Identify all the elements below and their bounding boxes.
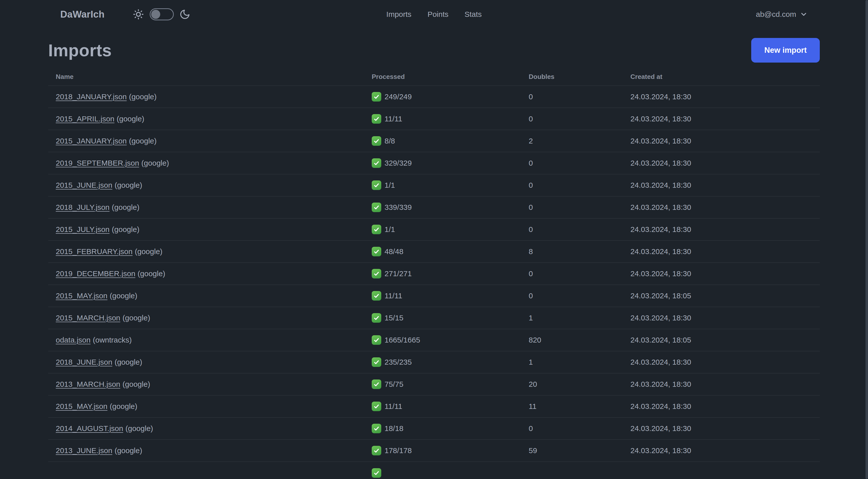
sun-icon xyxy=(133,8,144,20)
processed-cell: 1/1 xyxy=(372,180,529,190)
import-file-link[interactable]: odata.json xyxy=(56,336,90,344)
success-check-icon xyxy=(372,203,381,212)
import-file-link[interactable]: 2018_JULY.json xyxy=(56,203,110,211)
import-source-label: (google) xyxy=(112,203,140,211)
created-at: 24.03.2024, 18:30 xyxy=(630,446,812,455)
theme-toggle-switch[interactable] xyxy=(150,8,174,20)
table-row: 2018_JULY.json(google) 339/339 0 24.03.2… xyxy=(48,197,820,219)
table-row: 2015_FEBRUARY.json(google) 48/48 8 24.03… xyxy=(48,241,820,263)
processed-count: 8/8 xyxy=(384,137,395,145)
moon-icon xyxy=(179,9,190,20)
name-cell: 2014_AUGUST.json(google) xyxy=(56,424,372,433)
app-logo[interactable]: DaWarIch xyxy=(60,9,104,20)
processed-count: 18/18 xyxy=(384,424,403,433)
table-row: 2015_JANUARY.json(google) 8/8 2 24.03.20… xyxy=(48,130,820,152)
processed-cell: 339/339 xyxy=(372,203,529,212)
import-file-link[interactable]: 2014_AUGUST.json xyxy=(56,424,123,432)
nav-item-stats[interactable]: Stats xyxy=(465,10,482,19)
import-file-link[interactable]: 2015_MAY.json xyxy=(56,292,107,300)
success-check-icon xyxy=(372,136,381,146)
created-at: 24.03.2024, 18:30 xyxy=(630,203,812,212)
processed-cell: 1665/1665 xyxy=(372,335,529,345)
success-check-icon xyxy=(372,468,381,478)
new-import-button[interactable]: New import xyxy=(751,38,820,63)
name-cell: 2015_MAY.json(google) xyxy=(56,292,372,300)
doubles-count: 0 xyxy=(529,181,630,189)
import-source-label: (google) xyxy=(129,137,156,145)
success-check-icon xyxy=(372,291,381,301)
success-check-icon xyxy=(372,247,381,256)
imports-table: Name Processed Doubles Created at 2018_J… xyxy=(48,63,820,479)
created-at: 24.03.2024, 18:30 xyxy=(630,225,812,234)
success-check-icon xyxy=(372,401,381,411)
name-cell: 2013_JUNE.json(google) xyxy=(56,446,372,455)
success-check-icon xyxy=(372,357,381,367)
user-menu[interactable]: ab@cd.com xyxy=(756,10,808,19)
doubles-count: 0 xyxy=(529,203,630,212)
created-at: 24.03.2024, 18:30 xyxy=(630,247,812,256)
column-header-doubles: Doubles xyxy=(529,73,630,81)
processed-cell: 329/329 xyxy=(372,158,529,168)
import-file-link[interactable]: 2015_MAY.json xyxy=(56,402,107,410)
import-source-label: (google) xyxy=(110,402,137,410)
import-file-link[interactable]: 2015_JUNE.json xyxy=(56,181,112,189)
import-file-link[interactable]: 2015_FEBRUARY.json xyxy=(56,247,133,256)
import-file-link[interactable]: 2019_DECEMBER.json xyxy=(56,269,135,278)
column-header-name: Name xyxy=(56,73,372,81)
table-row: 2018_JUNE.json(google) 235/235 1 24.03.2… xyxy=(48,351,820,373)
import-file-link[interactable]: 2013_MARCH.json xyxy=(56,380,120,388)
table-row: 2015_MAY.json(google) 11/11 11 24.03.202… xyxy=(48,395,820,418)
processed-cell: 178/178 xyxy=(372,446,529,455)
import-file-link[interactable]: 2015_JULY.json xyxy=(56,225,110,234)
table-row: 2018_JANUARY.json(google) 249/249 0 24.0… xyxy=(48,86,820,108)
name-cell: odata.json(owntracks) xyxy=(56,336,372,344)
name-cell: 2013_MARCH.json(google) xyxy=(56,380,372,389)
import-file-link[interactable]: 2015_JANUARY.json xyxy=(56,137,127,145)
processed-count: 178/178 xyxy=(384,446,412,455)
processed-cell: 8/8 xyxy=(372,136,529,146)
import-source-label: (google) xyxy=(110,292,137,300)
name-cell: 2015_FEBRUARY.json(google) xyxy=(56,247,372,256)
doubles-count: 8 xyxy=(529,247,630,256)
name-cell: 2018_JUNE.json(google) xyxy=(56,358,372,366)
table-row: 2015_JUNE.json(google) 1/1 0 24.03.2024,… xyxy=(48,174,820,197)
scrollbar-thumb[interactable] xyxy=(866,0,868,479)
processed-count: 15/15 xyxy=(384,313,403,322)
import-file-link[interactable]: 2019_SEPTEMBER.json xyxy=(56,159,139,167)
processed-cell: 11/11 xyxy=(372,291,529,301)
column-header-processed: Processed xyxy=(372,73,529,81)
page-header: Imports New import xyxy=(48,38,820,63)
import-file-link[interactable]: 2018_JUNE.json xyxy=(56,358,112,366)
doubles-count: 820 xyxy=(529,336,630,344)
navbar: DaWarIch Imports Points Stats ab@cd.com xyxy=(0,0,868,29)
nav-item-imports[interactable]: Imports xyxy=(386,10,411,19)
success-check-icon xyxy=(372,335,381,345)
scrollbar[interactable] xyxy=(864,0,868,479)
success-check-icon xyxy=(372,424,381,433)
nav-item-points[interactable]: Points xyxy=(428,10,448,19)
success-check-icon xyxy=(372,180,381,190)
table-row: 2013_JUNE.json(google) 178/178 59 24.03.… xyxy=(48,440,820,462)
processed-count: 235/235 xyxy=(384,358,412,366)
chevron-down-icon xyxy=(800,10,808,18)
import-source-label: (google) xyxy=(123,380,150,388)
created-at: 24.03.2024, 18:30 xyxy=(630,424,812,433)
import-file-link[interactable]: 2018_JANUARY.json xyxy=(56,92,127,101)
processed-count: 271/271 xyxy=(384,269,412,278)
name-cell: 2015_JANUARY.json(google) xyxy=(56,137,372,145)
import-file-link[interactable]: 2015_MARCH.json xyxy=(56,313,120,322)
import-source-label: (google) xyxy=(142,159,169,167)
name-cell: 2015_APRIL.json(google) xyxy=(56,115,372,123)
doubles-count: 20 xyxy=(529,380,630,389)
doubles-count: 0 xyxy=(529,115,630,123)
table-row: 2015_MAY.json(google) 11/11 0 24.03.2024… xyxy=(48,285,820,307)
import-file-link[interactable]: 2015_APRIL.json xyxy=(56,115,115,123)
created-at: 24.03.2024, 18:05 xyxy=(630,292,812,300)
success-check-icon xyxy=(372,158,381,168)
doubles-count: 1 xyxy=(529,313,630,322)
processed-count: 11/11 xyxy=(384,115,402,123)
success-check-icon xyxy=(372,380,381,389)
created-at: 24.03.2024, 18:30 xyxy=(630,137,812,145)
import-file-link[interactable]: 2013_JUNE.json xyxy=(56,446,112,455)
theme-toggle-knob[interactable] xyxy=(151,10,160,19)
